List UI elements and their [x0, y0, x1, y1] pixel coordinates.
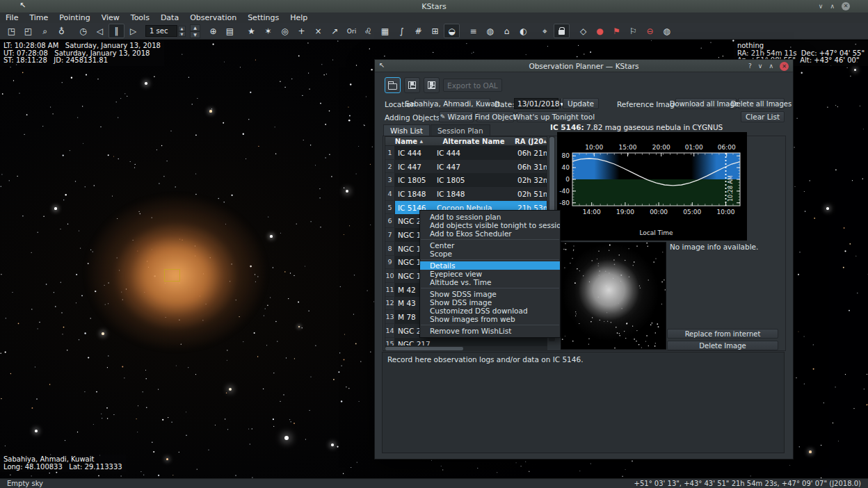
set-time-icon[interactable]: ◷: [75, 24, 91, 38]
center-crosshair-icon[interactable]: ⌖: [537, 24, 553, 38]
record-icon[interactable]: ●: [592, 24, 608, 38]
step-down-icon[interactable]: ▼: [190, 31, 200, 38]
observatory-icon[interactable]: ◍: [659, 24, 675, 38]
menu-file[interactable]: File: [0, 13, 24, 23]
svg-text:10:00: 10:00: [585, 144, 603, 151]
table-row[interactable]: 4IC 1848IC 184802h 51m: [385, 187, 547, 201]
constellation-boundaries-icon[interactable]: ▦: [377, 24, 393, 38]
context-menu-item[interactable]: Add to Ekos Scheduler: [420, 229, 560, 238]
menu-data[interactable]: Data: [155, 13, 184, 23]
dialog-maximize-button[interactable]: ∧: [769, 63, 773, 70]
dialog-title: Observation Planner — KStars: [529, 62, 638, 70]
moon-phase-icon[interactable]: ◐: [515, 24, 531, 38]
wizard-button[interactable]: ✎ Wizard: [439, 111, 474, 122]
step-up-icon[interactable]: ▲: [190, 24, 200, 31]
dialog-help-button[interactable]: ?: [748, 63, 752, 70]
show-stars-icon[interactable]: ★: [243, 24, 259, 38]
no-trail-icon[interactable]: ⊖: [642, 24, 658, 38]
context-menu-item[interactable]: Add objects visible tonight to session p…: [420, 221, 560, 229]
open-list-button[interactable]: [385, 77, 401, 93]
menu-pointing[interactable]: Pointing: [54, 13, 95, 23]
table-row[interactable]: 2IC 447IC 44706h 31m: [385, 160, 547, 174]
header-alternate-name[interactable]: Alternate Name: [433, 138, 515, 145]
context-menu-item[interactable]: Customized DSS download: [420, 307, 560, 315]
milky-way-icon[interactable]: ∫: [394, 24, 410, 38]
window-maximize-button[interactable]: ∧: [830, 3, 835, 10]
update-button[interactable]: Update: [563, 98, 599, 109]
horizontal-grid-icon[interactable]: ⊞: [427, 24, 443, 38]
show-deep-sky-objects-icon[interactable]: ◎: [277, 24, 293, 38]
whats-interesting-icon[interactable]: ≡: [465, 24, 481, 38]
table-horizontal-scrollbar[interactable]: [385, 346, 547, 351]
timestep-increase-icon[interactable]: ▲: [178, 26, 186, 31]
table-row[interactable]: 15NGC 217: [385, 338, 547, 346]
context-menu-item[interactable]: Show SDSS image: [420, 290, 560, 298]
context-menu-item[interactable]: Add to session plan: [420, 213, 560, 221]
delete-image-button[interactable]: Delete Image: [667, 341, 778, 350]
tab-wish-list[interactable]: Wish List: [383, 124, 430, 136]
eraser-icon[interactable]: ◇: [575, 24, 591, 38]
context-menu-item[interactable]: Center: [420, 241, 560, 250]
context-menu-item[interactable]: Eyepiece view: [420, 270, 560, 278]
menu-settings[interactable]: Settings: [242, 13, 284, 23]
zoom-in-rect-icon[interactable]: ◳: [3, 24, 19, 38]
show-comets-icon[interactable]: ×: [310, 24, 326, 38]
dialog-minimize-button[interactable]: ∨: [758, 63, 763, 70]
menu-help[interactable]: Help: [284, 13, 313, 23]
hips-overlay-icon[interactable]: ◍: [482, 24, 498, 38]
table-row[interactable]: 3IC 1805IC 180502h 32m: [385, 173, 547, 187]
context-menu-item[interactable]: Show DSS image: [420, 298, 560, 307]
tab-session-plan[interactable]: Session Plan: [431, 124, 490, 136]
lock-icon[interactable]: [554, 24, 570, 38]
replace-from-internet-button[interactable]: Replace from internet: [667, 329, 778, 339]
header-name[interactable]: Name ▲: [385, 138, 433, 145]
constellation-names-icon[interactable]: Ori: [344, 24, 360, 38]
time-pause-icon[interactable]: ‖: [108, 24, 124, 38]
observation-notes-input[interactable]: Record here observation logs and/or data…: [382, 352, 785, 453]
context-menu-item[interactable]: Show images from web: [420, 315, 560, 323]
menu-tools[interactable]: Tools: [125, 13, 155, 23]
lamp-icon[interactable]: ⌂: [499, 24, 515, 38]
context-menu-item[interactable]: Scope: [420, 250, 560, 258]
date-combobox[interactable]: 13/01/2018 ▼: [514, 98, 558, 109]
time-step-back-icon[interactable]: ◁: [92, 24, 108, 38]
header-ra[interactable]: RA (J20▲: [515, 138, 547, 145]
pointing-focus-icon[interactable]: ⊕: [205, 24, 221, 38]
timestep-input[interactable]: 1 sec: [145, 25, 177, 37]
context-menu-item[interactable]: Remove from WishList: [420, 327, 560, 335]
timestep-decrease-icon[interactable]: ▼: [178, 31, 186, 37]
show-supernovae-icon[interactable]: ↗: [327, 24, 343, 38]
download-all-images-button[interactable]: Download all Images: [675, 98, 737, 109]
constellation-art-icon[interactable]: ♌: [360, 24, 376, 38]
geo-locate-icon[interactable]: ♁: [54, 24, 70, 38]
clear-list-button[interactable]: Clear List: [741, 111, 785, 122]
show-constellation-lines-icon[interactable]: ✶: [260, 24, 276, 38]
location-button[interactable]: Sabahiya, Ahmadi, Kuwait: [415, 98, 490, 109]
save-list-as-button[interactable]: [424, 77, 440, 93]
scrollbar-handle[interactable]: [385, 347, 463, 350]
zoom-out-rect-icon[interactable]: ◰: [20, 24, 36, 38]
table-row[interactable]: 1IC 444IC 44406h 21m: [385, 146, 547, 160]
find-object-icon[interactable]: ⌕: [37, 24, 53, 38]
menu-observation[interactable]: Observation: [184, 13, 242, 23]
menu-time[interactable]: Time: [24, 13, 54, 23]
time-step-forward-icon[interactable]: ▷: [125, 24, 141, 38]
red-flag-icon[interactable]: ⚑: [609, 24, 625, 38]
whats-up-tonight-button[interactable]: What's up Tonight tool: [517, 111, 591, 122]
dialog-close-button[interactable]: ✕: [780, 62, 789, 71]
find-object-button[interactable]: Find Object: [476, 111, 514, 122]
menu-view[interactable]: View: [96, 13, 125, 23]
equatorial-grid-icon[interactable]: #: [410, 24, 426, 38]
context-menu-item[interactable]: Altitude vs. Time: [420, 278, 560, 286]
show-horizon-icon[interactable]: ◒: [444, 24, 460, 38]
window-close-button[interactable]: ✕: [842, 2, 850, 10]
save-list-button[interactable]: [404, 77, 420, 93]
context-menu-item[interactable]: Details: [420, 261, 560, 270]
export-sky-image-icon[interactable]: ▤: [222, 24, 238, 38]
dialog-titlebar[interactable]: ↖ Observation Planner — KStars ? ∨ ∧ ✕: [375, 60, 793, 72]
delete-all-images-button[interactable]: Delete all Images: [738, 98, 785, 109]
window-minimize-button[interactable]: ∨: [819, 3, 823, 10]
show-planets-icon[interactable]: +: [294, 24, 310, 38]
gray-flag-icon[interactable]: ⚐: [625, 24, 641, 38]
row-number: 10: [385, 269, 395, 283]
